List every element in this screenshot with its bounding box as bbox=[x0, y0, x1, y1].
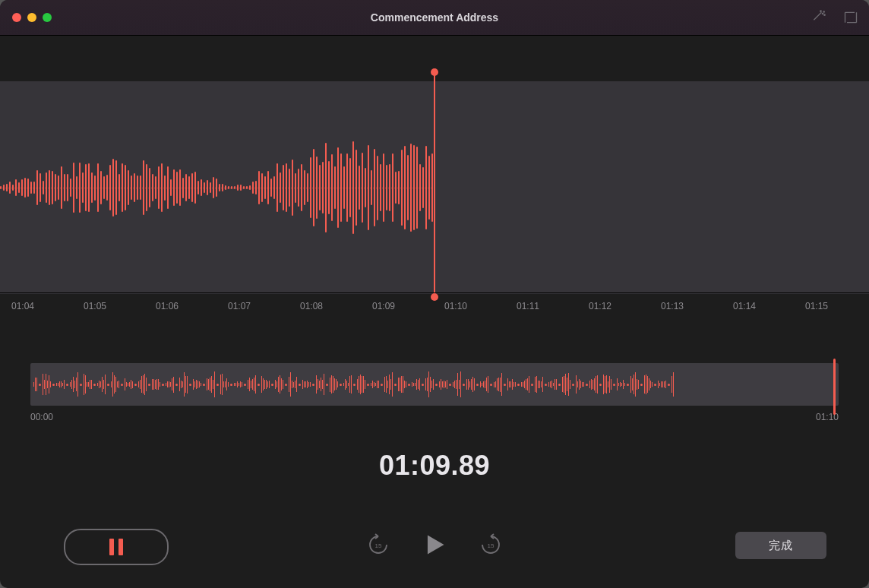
ruler-tick: 01:13 bbox=[661, 301, 684, 311]
pause-icon bbox=[109, 539, 123, 555]
pause-recording-button[interactable] bbox=[64, 529, 169, 565]
overview-cursor[interactable] bbox=[833, 359, 836, 415]
play-button[interactable] bbox=[422, 532, 447, 558]
overview-section: 00:00 01:10 bbox=[0, 325, 869, 422]
close-window-button[interactable] bbox=[12, 13, 21, 22]
window-controls bbox=[0, 13, 52, 22]
ruler-tick: 01:07 bbox=[228, 301, 251, 311]
playhead[interactable] bbox=[434, 72, 435, 297]
minimize-window-button[interactable] bbox=[27, 13, 36, 22]
transport-controls: 15 15 完成 bbox=[0, 524, 869, 567]
trim-icon[interactable] bbox=[843, 10, 858, 25]
ruler-tick: 01:05 bbox=[84, 301, 106, 311]
waveform-area[interactable] bbox=[0, 36, 869, 292]
titlebar: Commencement Address bbox=[0, 0, 869, 36]
ruler-tick: 01:11 bbox=[517, 301, 539, 311]
waveform bbox=[0, 81, 434, 294]
svg-text:15: 15 bbox=[375, 542, 382, 549]
enhance-icon[interactable] bbox=[811, 10, 826, 25]
svg-point-3 bbox=[820, 11, 821, 11]
svg-text:15: 15 bbox=[488, 542, 495, 549]
skip-back-15-button[interactable]: 15 bbox=[367, 533, 390, 556]
ruler-tick: 01:06 bbox=[156, 301, 179, 311]
ruler-tick: 01:15 bbox=[805, 301, 828, 311]
elapsed-time: 01:09.89 bbox=[0, 450, 869, 482]
overview-start-label: 00:00 bbox=[30, 412, 53, 422]
overview-track[interactable] bbox=[30, 363, 839, 406]
voice-memos-window: Commencement Address bbox=[0, 0, 869, 588]
ruler-tick: 01:08 bbox=[300, 301, 323, 311]
skip-forward-15-button[interactable]: 15 bbox=[479, 533, 502, 556]
ruler-tick: 01:04 bbox=[11, 301, 34, 311]
done-button[interactable]: 完成 bbox=[735, 532, 826, 559]
window-title: Commencement Address bbox=[0, 11, 869, 24]
time-ruler[interactable]: 01:0401:0501:0601:0701:0801:0901:1001:11… bbox=[0, 292, 869, 325]
svg-point-1 bbox=[823, 11, 824, 12]
maximize-window-button[interactable] bbox=[43, 13, 52, 22]
svg-point-0 bbox=[822, 13, 823, 14]
overview-waveform bbox=[33, 363, 831, 406]
ruler-tick: 01:09 bbox=[372, 301, 395, 311]
ruler-tick: 01:14 bbox=[733, 301, 756, 311]
ruler-tick: 01:12 bbox=[589, 301, 611, 311]
ruler-tick: 01:10 bbox=[444, 301, 467, 311]
titlebar-actions bbox=[811, 10, 858, 25]
svg-point-2 bbox=[824, 14, 825, 15]
